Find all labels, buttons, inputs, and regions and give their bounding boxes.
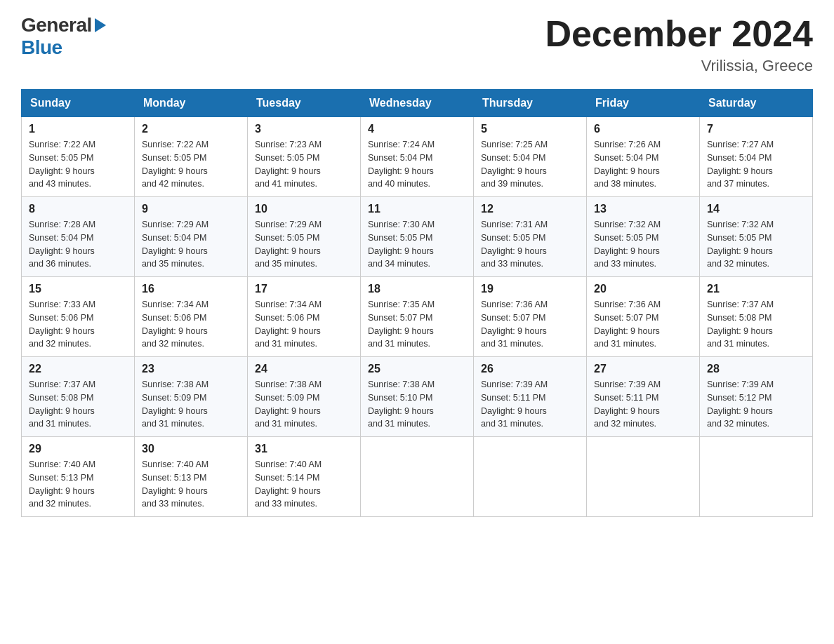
day-number: 8 — [29, 203, 127, 215]
day-info: Sunrise: 7:38 AM Sunset: 5:09 PM Dayligh… — [255, 378, 353, 431]
calendar-week-row: 1 Sunrise: 7:22 AM Sunset: 5:05 PM Dayli… — [22, 117, 813, 197]
weekday-header-wednesday: Wednesday — [361, 90, 474, 117]
month-title: December 2024 — [545, 14, 813, 54]
day-info: Sunrise: 7:23 AM Sunset: 5:05 PM Dayligh… — [255, 138, 353, 191]
day-number: 29 — [29, 443, 127, 455]
calendar-cell — [361, 437, 474, 517]
day-info: Sunrise: 7:37 AM Sunset: 5:08 PM Dayligh… — [707, 298, 805, 351]
day-number: 13 — [594, 203, 692, 215]
weekday-header-tuesday: Tuesday — [248, 90, 361, 117]
calendar-cell: 25 Sunrise: 7:38 AM Sunset: 5:10 PM Dayl… — [361, 357, 474, 437]
day-number: 25 — [368, 363, 466, 375]
day-number: 16 — [142, 283, 240, 295]
calendar-cell: 24 Sunrise: 7:38 AM Sunset: 5:09 PM Dayl… — [248, 357, 361, 437]
logo-general-text: General — [21, 14, 92, 36]
weekday-header-monday: Monday — [135, 90, 248, 117]
calendar-cell: 26 Sunrise: 7:39 AM Sunset: 5:11 PM Dayl… — [474, 357, 587, 437]
calendar-week-row: 8 Sunrise: 7:28 AM Sunset: 5:04 PM Dayli… — [22, 197, 813, 277]
calendar-cell: 19 Sunrise: 7:36 AM Sunset: 5:07 PM Dayl… — [474, 277, 587, 357]
day-info: Sunrise: 7:25 AM Sunset: 5:04 PM Dayligh… — [481, 138, 579, 191]
calendar-week-row: 15 Sunrise: 7:33 AM Sunset: 5:06 PM Dayl… — [22, 277, 813, 357]
calendar-cell — [474, 437, 587, 517]
calendar-cell: 14 Sunrise: 7:32 AM Sunset: 5:05 PM Dayl… — [700, 197, 813, 277]
day-number: 21 — [707, 283, 805, 295]
calendar-cell — [700, 437, 813, 517]
calendar-cell: 20 Sunrise: 7:36 AM Sunset: 5:07 PM Dayl… — [587, 277, 700, 357]
day-number: 18 — [368, 283, 466, 295]
calendar-cell: 16 Sunrise: 7:34 AM Sunset: 5:06 PM Dayl… — [135, 277, 248, 357]
day-number: 22 — [29, 363, 127, 375]
day-info: Sunrise: 7:40 AM Sunset: 5:13 PM Dayligh… — [29, 458, 127, 511]
calendar-cell: 28 Sunrise: 7:39 AM Sunset: 5:12 PM Dayl… — [700, 357, 813, 437]
day-number: 11 — [368, 203, 466, 215]
day-info: Sunrise: 7:26 AM Sunset: 5:04 PM Dayligh… — [594, 138, 692, 191]
day-info: Sunrise: 7:22 AM Sunset: 5:05 PM Dayligh… — [29, 138, 127, 191]
day-info: Sunrise: 7:40 AM Sunset: 5:14 PM Dayligh… — [255, 458, 353, 511]
calendar-cell: 17 Sunrise: 7:34 AM Sunset: 5:06 PM Dayl… — [248, 277, 361, 357]
calendar-cell: 11 Sunrise: 7:30 AM Sunset: 5:05 PM Dayl… — [361, 197, 474, 277]
day-number: 12 — [481, 203, 579, 215]
day-info: Sunrise: 7:31 AM Sunset: 5:05 PM Dayligh… — [481, 218, 579, 271]
day-number: 30 — [142, 443, 240, 455]
svg-marker-0 — [95, 18, 106, 32]
calendar-cell: 18 Sunrise: 7:35 AM Sunset: 5:07 PM Dayl… — [361, 277, 474, 357]
day-info: Sunrise: 7:39 AM Sunset: 5:11 PM Dayligh… — [594, 378, 692, 431]
day-info: Sunrise: 7:38 AM Sunset: 5:10 PM Dayligh… — [368, 378, 466, 431]
calendar-cell: 6 Sunrise: 7:26 AM Sunset: 5:04 PM Dayli… — [587, 117, 700, 197]
day-info: Sunrise: 7:29 AM Sunset: 5:05 PM Dayligh… — [255, 218, 353, 271]
page-header: General Blue December 2024 Vrilissia, Gr… — [21, 14, 813, 75]
day-number: 24 — [255, 363, 353, 375]
day-info: Sunrise: 7:24 AM Sunset: 5:04 PM Dayligh… — [368, 138, 466, 191]
calendar-cell: 23 Sunrise: 7:38 AM Sunset: 5:09 PM Dayl… — [135, 357, 248, 437]
day-info: Sunrise: 7:36 AM Sunset: 5:07 PM Dayligh… — [594, 298, 692, 351]
day-info: Sunrise: 7:39 AM Sunset: 5:11 PM Dayligh… — [481, 378, 579, 431]
day-info: Sunrise: 7:27 AM Sunset: 5:04 PM Dayligh… — [707, 138, 805, 191]
title-section: December 2024 Vrilissia, Greece — [545, 14, 813, 75]
day-number: 27 — [594, 363, 692, 375]
calendar-cell: 12 Sunrise: 7:31 AM Sunset: 5:05 PM Dayl… — [474, 197, 587, 277]
day-info: Sunrise: 7:32 AM Sunset: 5:05 PM Dayligh… — [707, 218, 805, 271]
day-info: Sunrise: 7:35 AM Sunset: 5:07 PM Dayligh… — [368, 298, 466, 351]
day-number: 26 — [481, 363, 579, 375]
day-number: 20 — [594, 283, 692, 295]
day-number: 2 — [142, 123, 240, 135]
day-info: Sunrise: 7:29 AM Sunset: 5:04 PM Dayligh… — [142, 218, 240, 271]
location-text: Vrilissia, Greece — [545, 57, 813, 75]
day-info: Sunrise: 7:34 AM Sunset: 5:06 PM Dayligh… — [255, 298, 353, 351]
calendar-cell: 2 Sunrise: 7:22 AM Sunset: 5:05 PM Dayli… — [135, 117, 248, 197]
day-info: Sunrise: 7:30 AM Sunset: 5:05 PM Dayligh… — [368, 218, 466, 271]
calendar-cell: 1 Sunrise: 7:22 AM Sunset: 5:05 PM Dayli… — [22, 117, 135, 197]
calendar-cell: 3 Sunrise: 7:23 AM Sunset: 5:05 PM Dayli… — [248, 117, 361, 197]
calendar-cell: 13 Sunrise: 7:32 AM Sunset: 5:05 PM Dayl… — [587, 197, 700, 277]
calendar-cell: 4 Sunrise: 7:24 AM Sunset: 5:04 PM Dayli… — [361, 117, 474, 197]
day-number: 1 — [29, 123, 127, 135]
calendar-cell: 9 Sunrise: 7:29 AM Sunset: 5:04 PM Dayli… — [135, 197, 248, 277]
day-number: 23 — [142, 363, 240, 375]
weekday-header-row: SundayMondayTuesdayWednesdayThursdayFrid… — [22, 90, 813, 117]
weekday-header-thursday: Thursday — [474, 90, 587, 117]
day-number: 6 — [594, 123, 692, 135]
day-number: 3 — [255, 123, 353, 135]
calendar-cell: 30 Sunrise: 7:40 AM Sunset: 5:13 PM Dayl… — [135, 437, 248, 517]
calendar-cell: 8 Sunrise: 7:28 AM Sunset: 5:04 PM Dayli… — [22, 197, 135, 277]
calendar-cell: 21 Sunrise: 7:37 AM Sunset: 5:08 PM Dayl… — [700, 277, 813, 357]
day-number: 19 — [481, 283, 579, 295]
calendar-cell: 7 Sunrise: 7:27 AM Sunset: 5:04 PM Dayli… — [700, 117, 813, 197]
weekday-header-sunday: Sunday — [22, 90, 135, 117]
day-number: 10 — [255, 203, 353, 215]
day-number: 9 — [142, 203, 240, 215]
calendar-cell — [587, 437, 700, 517]
calendar-cell: 5 Sunrise: 7:25 AM Sunset: 5:04 PM Dayli… — [474, 117, 587, 197]
day-number: 7 — [707, 123, 805, 135]
day-info: Sunrise: 7:40 AM Sunset: 5:13 PM Dayligh… — [142, 458, 240, 511]
logo-arrow-icon — [93, 15, 107, 36]
calendar-cell: 15 Sunrise: 7:33 AM Sunset: 5:06 PM Dayl… — [22, 277, 135, 357]
calendar-cell: 29 Sunrise: 7:40 AM Sunset: 5:13 PM Dayl… — [22, 437, 135, 517]
calendar-cell: 31 Sunrise: 7:40 AM Sunset: 5:14 PM Dayl… — [248, 437, 361, 517]
day-info: Sunrise: 7:37 AM Sunset: 5:08 PM Dayligh… — [29, 378, 127, 431]
day-info: Sunrise: 7:22 AM Sunset: 5:05 PM Dayligh… — [142, 138, 240, 191]
day-info: Sunrise: 7:28 AM Sunset: 5:04 PM Dayligh… — [29, 218, 127, 271]
calendar-cell: 27 Sunrise: 7:39 AM Sunset: 5:11 PM Dayl… — [587, 357, 700, 437]
calendar-table: SundayMondayTuesdayWednesdayThursdayFrid… — [21, 89, 813, 517]
day-info: Sunrise: 7:32 AM Sunset: 5:05 PM Dayligh… — [594, 218, 692, 271]
